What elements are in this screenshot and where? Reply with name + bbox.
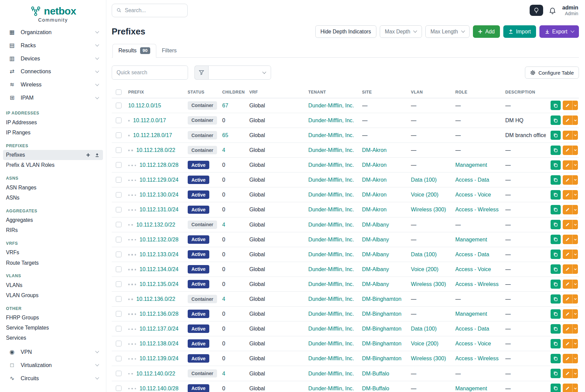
edit-dropdown-button[interactable] [572, 384, 578, 392]
vlan-link[interactable]: Data (100) [411, 251, 436, 257]
user-menu[interactable]: admin Admin [562, 4, 578, 17]
sidebar-item-wireless[interactable]: ≋Wireless [0, 78, 106, 91]
prefix-link[interactable]: 10.112.130.0/24 [139, 191, 178, 198]
row-checkbox[interactable] [116, 237, 122, 242]
sidebar-item-connections[interactable]: ⇄Connections [0, 65, 106, 78]
sidebar-item-ipam[interactable]: ⊞IPAM [0, 91, 106, 104]
column-header-status[interactable]: STATUS [188, 90, 222, 95]
edit-dropdown-button[interactable] [572, 294, 578, 304]
edit-button[interactable] [563, 339, 572, 348]
site-link[interactable]: DM-Binghamton [362, 311, 402, 317]
row-checkbox[interactable] [116, 177, 122, 183]
sidebar-item-vlans[interactable]: VLANs [0, 280, 106, 290]
site-link[interactable]: DM-Albany [362, 281, 389, 287]
edit-button[interactable] [563, 160, 572, 170]
sidebar-item-asns[interactable]: ASNs [0, 193, 106, 203]
site-link[interactable]: DM-Akron [362, 147, 387, 153]
site-link[interactable]: DM-Binghamton [362, 296, 402, 302]
children-count-link[interactable]: 65 [222, 132, 228, 138]
role-link[interactable]: Access - Wireless [455, 281, 499, 287]
vlan-link[interactable]: Voice (200) [411, 340, 438, 346]
prefix-link[interactable]: 10.112.139.0/24 [139, 355, 178, 361]
edit-dropdown-button[interactable] [572, 280, 578, 289]
tenant-link[interactable]: Dunder-Mifflin, Inc. [308, 266, 354, 272]
column-header-tenant[interactable]: TENANT [308, 90, 362, 95]
copy-button[interactable] [551, 101, 561, 110]
tenant-link[interactable]: Dunder-Mifflin, Inc. [308, 370, 354, 376]
quick-search-input[interactable] [112, 66, 188, 80]
copy-button[interactable] [551, 146, 561, 155]
edit-dropdown-button[interactable] [572, 101, 578, 110]
sidebar-item-vpn[interactable]: ◉VPN [0, 345, 106, 359]
prefix-link[interactable]: 10.112.132.0/22 [136, 221, 175, 228]
edit-dropdown-button[interactable] [572, 175, 578, 185]
theme-toggle-button[interactable] [530, 5, 543, 16]
role-link[interactable]: Access - Voice [455, 191, 491, 198]
copy-button[interactable] [551, 250, 561, 259]
sidebar-item-fhrp-groups[interactable]: FHRP Groups [0, 313, 106, 323]
prefix-link[interactable]: 10.112.129.0/24 [139, 177, 178, 183]
column-header-role[interactable]: ROLE [455, 90, 505, 95]
sidebar-item-services[interactable]: Services [0, 333, 106, 343]
copy-button[interactable] [551, 131, 561, 140]
vlan-link[interactable]: Voice (200) [411, 191, 438, 198]
hide-depth-indicators-button[interactable]: Hide Depth Indicators [315, 25, 376, 38]
copy-button[interactable] [551, 294, 561, 304]
children-count-link[interactable]: 4 [222, 147, 225, 153]
copy-button[interactable] [551, 324, 561, 334]
sidebar-item-devices[interactable]: ▥Devices [0, 52, 106, 65]
import-button[interactable]: Import [503, 25, 536, 38]
edit-button[interactable] [563, 264, 572, 274]
tenant-link[interactable]: Dunder-Mifflin, Inc. [308, 162, 354, 168]
tenant-link[interactable]: Dunder-Mifflin, Inc. [308, 340, 354, 346]
notifications-bell-icon[interactable] [549, 6, 556, 14]
prefix-link[interactable]: 10.112.128.0/22 [136, 147, 175, 153]
tenant-link[interactable]: Dunder-Mifflin, Inc. [308, 102, 354, 108]
copy-button[interactable] [551, 175, 561, 185]
search-input[interactable] [125, 7, 183, 14]
prefix-link[interactable]: 10.112.0.0/15 [128, 102, 161, 108]
tenant-link[interactable]: Dunder-Mifflin, Inc. [308, 355, 354, 361]
sidebar-item-virtualization[interactable]: □Virtualization [0, 359, 106, 372]
prefix-link[interactable]: 10.112.138.0/24 [139, 340, 178, 346]
row-checkbox[interactable] [116, 192, 122, 198]
role-link[interactable]: Management [455, 311, 487, 317]
edit-button[interactable] [563, 294, 572, 304]
children-count-link[interactable]: 4 [222, 296, 225, 302]
children-count-link[interactable]: 4 [222, 221, 225, 228]
edit-button[interactable] [563, 220, 572, 229]
site-link[interactable]: DM-Akron [362, 206, 387, 212]
row-checkbox[interactable] [116, 341, 122, 346]
vlan-link[interactable]: Data (100) [411, 325, 436, 332]
copy-button[interactable] [551, 264, 561, 274]
role-link[interactable]: Management [455, 385, 487, 391]
vlan-link[interactable]: Data (100) [411, 177, 436, 183]
vlan-link[interactable]: Voice (200) [411, 266, 438, 272]
tab-results[interactable]: Results 90 [112, 44, 156, 57]
edit-dropdown-button[interactable] [572, 235, 578, 244]
tenant-link[interactable]: Dunder-Mifflin, Inc. [308, 251, 354, 257]
copy-button[interactable] [551, 115, 561, 125]
export-button[interactable]: Export [539, 25, 579, 38]
site-link[interactable]: DM-Albany [362, 266, 389, 272]
row-checkbox[interactable] [116, 371, 122, 376]
sidebar-item-ip-addresses[interactable]: IP Addresses [0, 117, 106, 128]
edit-button[interactable] [563, 146, 572, 155]
children-count-link[interactable]: 67 [222, 102, 228, 108]
tenant-link[interactable]: Dunder-Mifflin, Inc. [308, 281, 354, 287]
column-header-site[interactable]: SITE [362, 90, 411, 95]
site-link[interactable]: DM-Akron [362, 177, 387, 183]
row-checkbox[interactable] [116, 296, 122, 302]
row-checkbox[interactable] [116, 103, 122, 108]
row-checkbox[interactable] [116, 162, 122, 168]
netbox-logo[interactable]: netbox Community [0, 0, 106, 26]
role-link[interactable]: Access - Voice [455, 340, 491, 346]
max-depth-dropdown[interactable]: Max Depth [380, 25, 422, 38]
copy-button[interactable] [551, 339, 561, 348]
copy-button[interactable] [551, 384, 561, 392]
tenant-link[interactable]: Dunder-Mifflin, Inc. [308, 177, 354, 183]
tenant-link[interactable]: Dunder-Mifflin, Inc. [308, 311, 354, 317]
sidebar-item-asn-ranges[interactable]: ASN Ranges [0, 183, 106, 193]
site-link[interactable]: DM-Binghamton [362, 355, 402, 361]
row-checkbox[interactable] [116, 147, 122, 153]
